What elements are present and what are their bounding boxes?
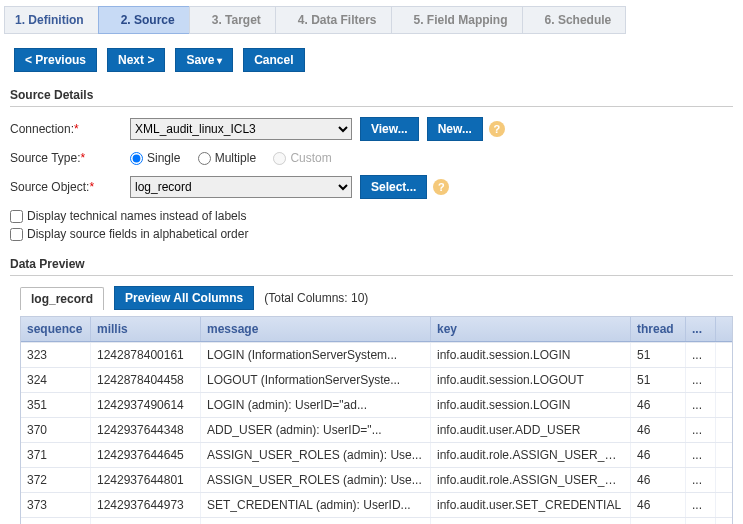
source-type-single[interactable]: Single (130, 151, 180, 165)
cell-thread: 45 (631, 518, 686, 524)
source-details-section: Source Details Connection:* XML_audit_li… (10, 88, 733, 199)
cell-more: ... (686, 393, 716, 417)
cell-sequence: 324 (21, 368, 91, 392)
column-header[interactable]: millis (91, 317, 201, 341)
column-header[interactable]: ... (686, 317, 716, 341)
help-icon[interactable]: ? (433, 179, 449, 195)
wizard-step[interactable]: 5. Field Mapping (391, 6, 523, 34)
source-type-multiple[interactable]: Multiple (198, 151, 256, 165)
wizard-step[interactable]: 3. Target (189, 6, 276, 34)
previous-button[interactable]: < Previous (14, 48, 97, 72)
wizard-step[interactable]: 1. Definition (4, 6, 99, 34)
column-header[interactable]: thread (631, 317, 686, 341)
next-button[interactable]: Next > (107, 48, 165, 72)
table-row[interactable]: 3751242937673989LOGOUT (admin): UserID="… (21, 517, 732, 524)
table-row[interactable]: 3711242937644645ASSIGN_USER_ROLES (admin… (21, 442, 732, 467)
column-header[interactable]: message (201, 317, 431, 341)
cell-sequence: 370 (21, 418, 91, 442)
source-type-group: Single Multiple Custom (130, 151, 346, 165)
save-button[interactable]: Save (175, 48, 233, 72)
source-type-label: Source Type:* (10, 151, 130, 165)
cell-sequence: 372 (21, 468, 91, 492)
wizard-steps: 1. Definition2. Source3. Target4. Data F… (4, 6, 743, 34)
cell-thread: 46 (631, 418, 686, 442)
table-row[interactable]: 3231242878400161LOGIN (InformationServer… (21, 342, 732, 367)
total-columns-label: (Total Columns: 10) (264, 291, 368, 305)
cell-millis: 1242878400161 (91, 343, 201, 367)
cell-thread: 46 (631, 443, 686, 467)
cancel-button[interactable]: Cancel (243, 48, 304, 72)
cell-thread: 46 (631, 393, 686, 417)
cell-message: ASSIGN_USER_ROLES (admin): Use... (201, 443, 431, 467)
connection-label: Connection:* (10, 122, 130, 136)
cell-more: ... (686, 343, 716, 367)
tab-preview-all[interactable]: Preview All Columns (114, 286, 254, 310)
cell-thread: 46 (631, 468, 686, 492)
column-header[interactable]: sequence (21, 317, 91, 341)
cell-message: LOGOUT (admin): UserID="a... (201, 518, 431, 524)
data-preview-title: Data Preview (10, 257, 733, 276)
cell-millis: 1242937644348 (91, 418, 201, 442)
source-object-select[interactable]: log_record (130, 176, 352, 198)
cell-more: ... (686, 518, 716, 524)
cell-message: SET_CREDENTIAL (admin): UserID... (201, 493, 431, 517)
source-details-title: Source Details (10, 88, 733, 107)
cell-millis: 1242937644645 (91, 443, 201, 467)
tab-log-record[interactable]: log_record (20, 287, 104, 310)
connection-select[interactable]: XML_audit_linux_ICL3 (130, 118, 352, 140)
technical-names-checkbox[interactable] (10, 210, 23, 223)
table-row[interactable]: 3721242937644801ASSIGN_USER_ROLES (admin… (21, 467, 732, 492)
cell-message: ASSIGN_USER_ROLES (admin): Use... (201, 468, 431, 492)
help-icon[interactable]: ? (489, 121, 505, 137)
cell-millis: 1242937673989 (91, 518, 201, 524)
column-header[interactable]: key (431, 317, 631, 341)
wizard-step[interactable]: 2. Source (98, 6, 190, 34)
cell-millis: 1242878404458 (91, 368, 201, 392)
cell-sequence: 351 (21, 393, 91, 417)
cell-message: LOGIN (InformationServerSystem... (201, 343, 431, 367)
cell-more: ... (686, 418, 716, 442)
cell-sequence: 373 (21, 493, 91, 517)
wizard-step[interactable]: 4. Data Filters (275, 6, 392, 34)
source-object-label: Source Object:* (10, 180, 130, 194)
table-row[interactable]: 3731242937644973SET_CREDENTIAL (admin): … (21, 492, 732, 517)
cell-key: info.audit.session.LOGOUT (431, 518, 631, 524)
table-row[interactable]: 3701242937644348ADD_USER (admin): UserID… (21, 417, 732, 442)
cell-more: ... (686, 443, 716, 467)
source-type-custom: Custom (273, 151, 331, 165)
cell-millis: 1242937644973 (91, 493, 201, 517)
cell-key: info.audit.role.ASSIGN_USER_RO... (431, 443, 631, 467)
action-bar: < Previous Next > Save Cancel (14, 48, 743, 72)
cell-thread: 46 (631, 493, 686, 517)
select-button[interactable]: Select... (360, 175, 427, 199)
table-row[interactable]: 3241242878404458LOGOUT (InformationServe… (21, 367, 732, 392)
view-button[interactable]: View... (360, 117, 419, 141)
cell-sequence: 375 (21, 518, 91, 524)
cell-message: LOGIN (admin): UserID="ad... (201, 393, 431, 417)
technical-names-label: Display technical names instead of label… (27, 209, 246, 223)
cell-key: info.audit.session.LOGIN (431, 343, 631, 367)
cell-sequence: 323 (21, 343, 91, 367)
wizard-step[interactable]: 6. Schedule (522, 6, 627, 34)
cell-more: ... (686, 493, 716, 517)
grid-body: 3231242878400161LOGIN (InformationServer… (21, 342, 732, 524)
cell-thread: 51 (631, 343, 686, 367)
data-preview-section: Data Preview log_record Preview All Colu… (10, 257, 733, 524)
cell-millis: 1242937644801 (91, 468, 201, 492)
cell-millis: 1242937490614 (91, 393, 201, 417)
data-grid: sequencemillismessagekeythread... 323124… (20, 316, 733, 524)
table-row[interactable]: 3511242937490614LOGIN (admin): UserID="a… (21, 392, 732, 417)
cell-message: LOGOUT (InformationServerSyste... (201, 368, 431, 392)
cell-thread: 51 (631, 368, 686, 392)
new-button[interactable]: New... (427, 117, 483, 141)
cell-more: ... (686, 468, 716, 492)
cell-more: ... (686, 368, 716, 392)
grid-header: sequencemillismessagekeythread... (21, 317, 732, 342)
cell-key: info.audit.user.SET_CREDENTIAL (431, 493, 631, 517)
alphabetical-order-checkbox[interactable] (10, 228, 23, 241)
cell-key: info.audit.user.ADD_USER (431, 418, 631, 442)
cell-message: ADD_USER (admin): UserID="... (201, 418, 431, 442)
cell-key: info.audit.session.LOGOUT (431, 368, 631, 392)
alphabetical-order-label: Display source fields in alphabetical or… (27, 227, 248, 241)
cell-sequence: 371 (21, 443, 91, 467)
